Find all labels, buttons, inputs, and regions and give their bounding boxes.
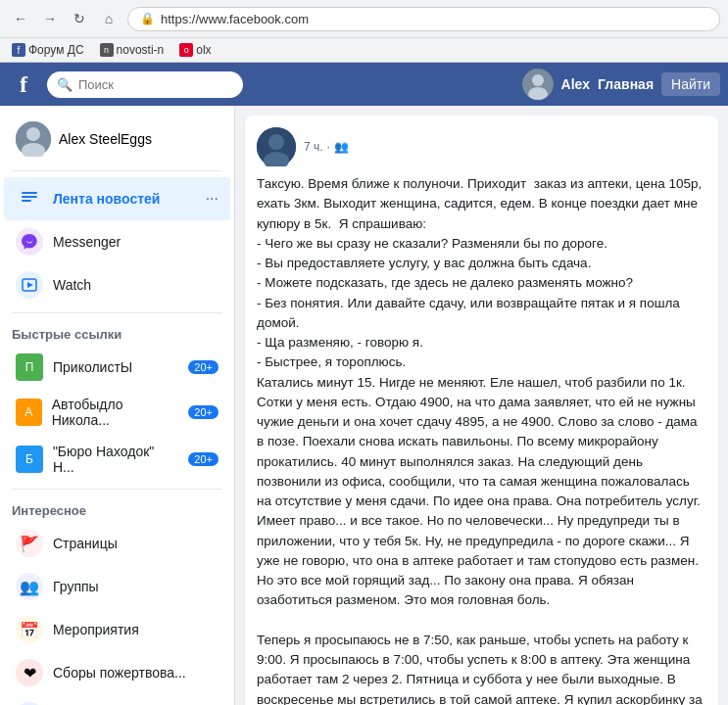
svg-rect-8 (22, 200, 31, 202)
sidebar-item-label: Лента новостей (53, 191, 160, 207)
bookmark-forum[interactable]: f Форум ДС (8, 41, 88, 59)
post-body: Таксую. Время ближе к полуночи. Приходит… (257, 174, 706, 705)
notification-badge: 20+ (188, 405, 218, 419)
sidebar-item-donations[interactable]: ❤ Сборы пожертвова... (4, 651, 230, 694)
group-icon: Б (16, 446, 43, 473)
audience-icon: 👥 (334, 140, 349, 154)
reload-button[interactable]: ↻ (67, 6, 92, 31)
newsfeed-icon (16, 185, 43, 212)
browser-toolbar: ← → ↻ ⌂ 🔒 https://www.facebook.com (0, 0, 728, 37)
messenger-icon (16, 228, 43, 256)
sidebar-item-events[interactable]: 📅 Мероприятия (4, 608, 230, 651)
sidebar-quick-avto[interactable]: А Автобыдло Никола... 20+ (4, 389, 230, 436)
bookmark-olx[interactable]: o olx (175, 41, 215, 59)
sidebar-item-label: "Бюро Находок" Н... (53, 444, 178, 475)
search-box[interactable]: 🔍 (47, 71, 243, 98)
sidebar-item-groups[interactable]: 👥 Группы (4, 565, 230, 608)
post-time: 7 ч. · 👥 (304, 140, 706, 154)
svg-point-1 (532, 74, 544, 86)
more-dots[interactable]: ··· (206, 190, 218, 208)
bookmark-novosti[interactable]: n novosti-n (96, 41, 169, 59)
post-header: 7 ч. · 👥 (257, 127, 706, 166)
address-bar[interactable]: 🔒 https://www.facebook.com (127, 7, 720, 31)
header-username: Alex (561, 76, 591, 92)
sidebar-item-watch[interactable]: Watch (4, 263, 230, 306)
sidebar-item-pages[interactable]: 🚩 Страницы (4, 522, 230, 565)
sidebar-quick-prikolisti[interactable]: П ПриколистЫ 20+ (4, 346, 230, 389)
header-home-link[interactable]: Главная (598, 76, 654, 92)
divider (12, 489, 222, 490)
notification-badge: 20+ (188, 360, 218, 374)
watch-icon (16, 271, 43, 299)
forward-button[interactable]: → (37, 6, 63, 31)
browser-chrome: ← → ↻ ⌂ 🔒 https://www.facebook.com f Фор… (0, 0, 728, 63)
sidebar-item-label: Группы (53, 579, 99, 594)
sidebar-item-friends[interactable]: 👤 Списки друзей (4, 694, 230, 705)
bookmark-label: novosti-n (117, 43, 165, 57)
svg-rect-7 (22, 196, 37, 198)
sidebar-item-label: Автобыдло Никола... (52, 397, 179, 428)
bookmarks-bar: f Форум ДС n novosti-n o olx (0, 37, 728, 62)
home-button[interactable]: ⌂ (96, 6, 121, 31)
svg-rect-6 (22, 192, 37, 194)
sidebar-username: Alex SteelEggs (59, 131, 152, 147)
search-input[interactable] (78, 77, 216, 92)
post-audience-icon: · (327, 140, 330, 154)
sidebar-user[interactable]: Alex SteelEggs (4, 114, 230, 164)
group-icon: А (16, 399, 42, 426)
content-area: 7 ч. · 👥 Таксую. Время ближе к полуночи.… (235, 106, 728, 705)
pages-icon: 🚩 (16, 530, 43, 557)
sidebar-item-newsfeed[interactable]: Лента новостей ··· (4, 177, 230, 220)
donations-icon: ❤ (16, 659, 43, 686)
svg-marker-10 (27, 282, 33, 288)
divider (12, 312, 222, 313)
sidebar: Alex SteelEggs Лента новостей ··· Messen… (0, 106, 235, 705)
sidebar-quick-byuro[interactable]: Б "Бюро Находок" Н... 20+ (4, 436, 230, 483)
nav-buttons: ← → ↻ ⌂ (8, 6, 121, 31)
sidebar-item-label: Сборы пожертвова... (53, 665, 186, 681)
sidebar-item-label: Watch (53, 277, 91, 293)
header-avatar[interactable] (522, 69, 554, 100)
group-icon: П (16, 353, 43, 381)
divider (12, 170, 222, 171)
user-avatar (16, 121, 51, 157)
bookmark-label: Форум ДС (28, 43, 84, 57)
sidebar-item-label: ПриколистЫ (53, 359, 132, 375)
svg-point-12 (268, 134, 284, 150)
interesting-label: Интересное (0, 495, 234, 522)
post-card: 7 ч. · 👥 Таксую. Время ближе к полуночи.… (245, 116, 718, 705)
sidebar-item-label: Мероприятия (53, 622, 139, 637)
header-find-button[interactable]: Найти (661, 72, 720, 96)
fb-main: Alex SteelEggs Лента новостей ··· Messen… (0, 106, 728, 705)
sidebar-item-label: Messenger (53, 234, 121, 250)
header-right: Alex Главная Найти (522, 69, 720, 100)
notification-badge: 20+ (188, 452, 218, 466)
events-icon: 📅 (16, 616, 43, 643)
back-button[interactable]: ← (8, 6, 33, 31)
fb-logo-icon: f (8, 69, 39, 100)
lock-icon: 🔒 (140, 12, 155, 25)
svg-point-4 (26, 127, 40, 141)
facebook-header: f 🔍 Alex Главная Найти (0, 63, 728, 106)
bookmark-label: olx (196, 43, 211, 57)
quick-links-label: Быстрые ссылки (0, 319, 234, 346)
groups-icon: 👥 (16, 573, 43, 600)
post-meta: 7 ч. · 👥 (304, 140, 706, 154)
sidebar-item-label: Страницы (53, 536, 118, 551)
url-text: https://www.facebook.com (161, 12, 309, 26)
search-icon: 🔍 (57, 77, 73, 92)
sidebar-item-messenger[interactable]: Messenger (4, 220, 230, 263)
post-avatar (257, 127, 296, 166)
post-time-text: 7 ч. (304, 140, 323, 154)
